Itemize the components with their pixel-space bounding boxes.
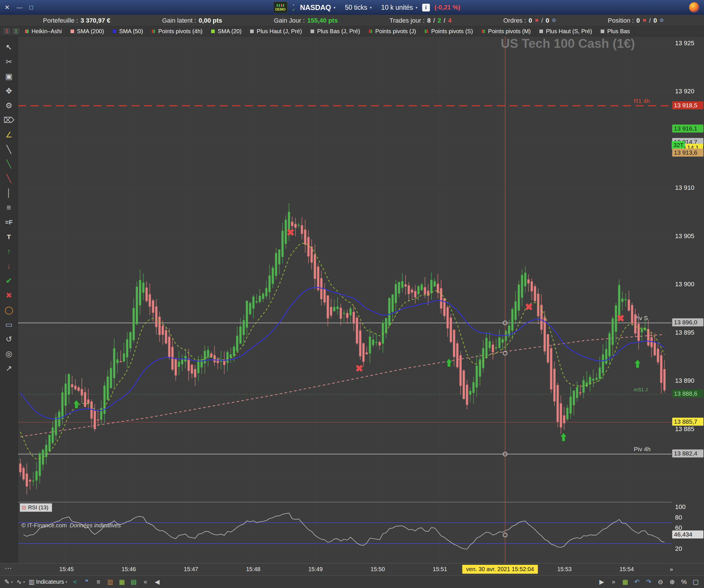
account-item-value: 2: [437, 17, 441, 24]
expand-panels-button[interactable]: ↥: [12, 27, 20, 35]
legend-item-4[interactable]: SMA (20): [207, 26, 246, 36]
quantity-selector[interactable]: 10 k unités ▾: [381, 4, 418, 11]
legend-color-icon: [481, 29, 485, 34]
export-button[interactable]: ▤: [128, 577, 139, 587]
chevron-down-icon: ▾: [416, 5, 418, 10]
legend-item-1[interactable]: SMA (200): [66, 26, 108, 36]
undo-button[interactable]: ↶: [632, 577, 642, 587]
fullscreen-button[interactable]: ▢: [690, 577, 701, 587]
undo-drawing-tool[interactable]: ↺: [0, 332, 18, 346]
move-tool[interactable]: ✥: [0, 83, 18, 98]
legend-item-0[interactable]: Heikin–Ashi: [21, 26, 66, 36]
orders-table-button[interactable]: ▦: [117, 577, 127, 587]
account-item-value: 0: [636, 17, 640, 24]
zoom-tool-icon: ◎: [5, 349, 12, 358]
time-axis[interactable]: ⋯ ven. 30 avr. 2021 15:52:04 » 15:4515:4…: [0, 563, 704, 575]
close-window-icon[interactable]: ✕: [5, 4, 10, 11]
symbol-selector[interactable]: NASDAQ ▾: [300, 3, 335, 12]
chart-canvas[interactable]: R1 4hPiv SmS1 JPiv 4h✖✖✖✖ US Tech 100 Ca…: [18, 37, 671, 563]
account-item-3: Trades jour :8 / 2 / 4: [390, 17, 452, 24]
delete-tool[interactable]: ⌦: [0, 113, 18, 127]
legend-item-6[interactable]: Plus Bas (J, Pré): [306, 26, 364, 36]
market-depth-button[interactable]: ▥: [105, 577, 116, 587]
close-position-icon[interactable]: ✖: [642, 17, 646, 23]
maximize-window-icon[interactable]: □: [30, 4, 33, 11]
svg-text:R1 4h: R1 4h: [634, 97, 650, 104]
properties-tool[interactable]: ⚙: [0, 98, 18, 113]
legend-item-3[interactable]: Points pivots (4h): [147, 26, 207, 36]
legend-item-10[interactable]: Plus Haut (S, Pré): [535, 26, 596, 36]
svg-text:mS1 J: mS1 J: [634, 387, 648, 392]
buy-arrow-tool[interactable]: ↑: [0, 244, 18, 259]
vertical-line-tool[interactable]: │: [0, 186, 18, 200]
more-tools-icon[interactable]: ⋯: [5, 564, 12, 573]
timeframe-selector[interactable]: 50 ticks ▾: [345, 4, 372, 11]
rsi-indicator-label[interactable]: RSI (13): [20, 503, 52, 512]
cancel-orders-icon[interactable]: ✖: [535, 17, 539, 23]
legend-item-2[interactable]: SMA (50): [108, 26, 147, 36]
rsi-tick: 80: [675, 514, 682, 521]
trend-arrow-tool[interactable]: ↗: [0, 361, 18, 376]
legend-item-label: Points pivots (S): [431, 28, 473, 35]
fibonacci-levels-tool[interactable]: =F: [0, 215, 18, 230]
pointer-tool[interactable]: ↖: [0, 40, 18, 54]
zoom-in-button[interactable]: ⊕: [667, 577, 678, 587]
time-tick: 15:45: [55, 566, 78, 573]
chat-button[interactable]: ❝: [81, 577, 92, 587]
minimize-window-icon[interactable]: —: [17, 4, 22, 11]
position-settings-icon[interactable]: ⚙: [660, 17, 664, 23]
eraser-tool[interactable]: ✂: [0, 54, 18, 69]
rsi-tick: 20: [675, 545, 682, 552]
detach-window-button[interactable]: ▦: [620, 577, 631, 587]
news-button[interactable]: ≡: [93, 577, 104, 587]
collapse-panels-button[interactable]: ↧: [3, 27, 11, 35]
bearish-line-tool[interactable]: ╲: [0, 171, 18, 186]
redo-button[interactable]: ↷: [643, 577, 654, 587]
bullish-line-tool[interactable]: ╲: [0, 156, 18, 171]
zoom-reset-button[interactable]: %: [679, 577, 689, 587]
bottom-toolbar-right: ▶»▦↶↷⊖⊕%▢: [596, 577, 701, 587]
chevron-down-icon: ▾: [11, 580, 13, 584]
chart-type-button[interactable]: ∿▾: [15, 577, 26, 587]
fibonacci-tool[interactable]: ≡: [0, 200, 18, 215]
text-tool[interactable]: T: [0, 230, 18, 244]
rectangle-tool[interactable]: ▭: [0, 317, 18, 332]
legend-item-5[interactable]: Plus Haut (J, Pré): [246, 26, 306, 36]
buy-marker-icon: [73, 400, 80, 408]
line-tool[interactable]: ╲: [0, 142, 18, 156]
zoom-out-button[interactable]: ⊖: [655, 577, 666, 587]
delete-drawing-tool[interactable]: ✖: [0, 288, 18, 303]
orders-settings-icon[interactable]: ⚙: [551, 17, 556, 23]
zoom-tool[interactable]: ◎: [0, 346, 18, 361]
chevron-down-icon: ▾: [334, 5, 336, 10]
legend-item-9[interactable]: Points pivots (M): [477, 26, 535, 36]
jump-to-end-button[interactable]: »: [608, 577, 619, 587]
legend-item-7[interactable]: Points pivots (J): [364, 26, 420, 36]
duplicate-tool[interactable]: ▣: [0, 69, 18, 83]
collapse-toolbar-button[interactable]: «: [140, 577, 151, 587]
scroll-to-end-icon[interactable]: »: [669, 566, 673, 573]
share-button[interactable]: <: [70, 577, 80, 587]
legend-item-11[interactable]: Plus Bas: [596, 26, 634, 36]
price-axis[interactable]: 13 92513 92013 91013 90513 90013 89513 8…: [671, 37, 704, 563]
scroll-left-button[interactable]: ◀: [152, 577, 163, 587]
price-label: 13 888,6: [672, 390, 703, 398]
account-item-value: 0,00 pts: [199, 17, 222, 24]
legend-item-8[interactable]: Points pivots (S): [420, 26, 477, 36]
indicators-button[interactable]: ▥Indicateurs▾: [27, 577, 69, 587]
connection-icon: ◔: [292, 3, 296, 8]
account-item-value: 8: [427, 17, 430, 24]
sell-arrow-tool[interactable]: ↓: [0, 259, 18, 273]
timeframe-label: 50 ticks: [345, 4, 367, 11]
sell-marker-icon: ✖: [286, 227, 294, 238]
draw-tool-button[interactable]: ✎▾: [3, 577, 14, 587]
angle-tool[interactable]: ∠: [0, 127, 18, 142]
account-item-value2: 0: [546, 17, 549, 24]
time-tick: 15:47: [180, 566, 202, 573]
chart-svg[interactable]: R1 4hPiv SmS1 JPiv 4h✖✖✖✖: [18, 37, 671, 563]
price-label: 13 913,6: [672, 148, 703, 156]
scroll-right-button[interactable]: ▶: [596, 577, 607, 587]
validate-tool[interactable]: ✔: [0, 273, 18, 288]
ellipse-tool[interactable]: ◯: [0, 303, 18, 317]
info-icon[interactable]: i: [422, 4, 430, 11]
